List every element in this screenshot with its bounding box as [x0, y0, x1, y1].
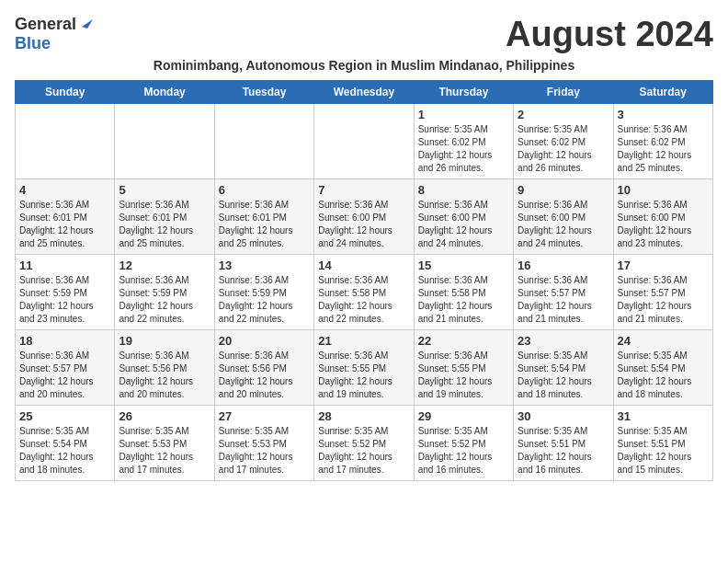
logo-blue-text: Blue — [15, 34, 51, 53]
table-row: 28Sunrise: 5:35 AMSunset: 5:52 PMDayligh… — [314, 406, 414, 481]
day-info: Sunrise: 5:35 AMSunset: 5:54 PMDaylight:… — [19, 425, 110, 477]
day-info: Sunrise: 5:35 AMSunset: 5:53 PMDaylight:… — [119, 425, 210, 477]
table-row: 6Sunrise: 5:36 AMSunset: 6:01 PMDaylight… — [214, 179, 313, 255]
table-row: 2Sunrise: 5:35 AMSunset: 6:02 PMDaylight… — [514, 104, 613, 179]
calendar-subtitle: Rominimbang, Autonomous Region in Muslim… — [15, 58, 713, 73]
day-info: Sunrise: 5:36 AMSunset: 5:57 PMDaylight:… — [618, 274, 709, 326]
table-row: 4Sunrise: 5:36 AMSunset: 6:01 PMDaylight… — [16, 179, 115, 255]
col-friday: Friday — [514, 81, 613, 104]
day-info: Sunrise: 5:36 AMSunset: 5:58 PMDaylight:… — [418, 274, 509, 326]
table-row — [115, 104, 214, 179]
day-number: 10 — [618, 183, 709, 197]
table-row: 19Sunrise: 5:36 AMSunset: 5:56 PMDayligh… — [115, 330, 214, 406]
day-number: 7 — [318, 183, 409, 197]
day-number: 13 — [219, 259, 310, 272]
day-number: 19 — [119, 334, 210, 348]
day-info: Sunrise: 5:35 AMSunset: 5:52 PMDaylight:… — [418, 425, 509, 477]
table-row: 29Sunrise: 5:35 AMSunset: 5:52 PMDayligh… — [414, 406, 513, 481]
day-number: 27 — [219, 409, 310, 423]
col-wednesday: Wednesday — [314, 81, 414, 104]
table-row: 3Sunrise: 5:36 AMSunset: 6:02 PMDaylight… — [613, 104, 712, 179]
day-number: 14 — [318, 259, 409, 272]
day-info: Sunrise: 5:36 AMSunset: 5:59 PMDaylight:… — [119, 274, 210, 326]
month-title: August 2024 — [506, 15, 713, 54]
day-info: Sunrise: 5:36 AMSunset: 6:00 PMDaylight:… — [518, 199, 609, 250]
calendar-week-row: 18Sunrise: 5:36 AMSunset: 5:57 PMDayligh… — [16, 330, 713, 406]
table-row: 9Sunrise: 5:36 AMSunset: 6:00 PMDaylight… — [514, 179, 613, 255]
day-number: 2 — [518, 108, 609, 121]
table-row: 5Sunrise: 5:36 AMSunset: 6:01 PMDaylight… — [115, 179, 214, 255]
col-monday: Monday — [115, 81, 214, 104]
day-number: 24 — [618, 334, 709, 348]
day-number: 31 — [618, 409, 709, 423]
day-number: 26 — [119, 409, 210, 423]
table-row: 11Sunrise: 5:36 AMSunset: 5:59 PMDayligh… — [16, 255, 115, 330]
day-info: Sunrise: 5:36 AMSunset: 5:56 PMDaylight:… — [119, 350, 210, 401]
day-info: Sunrise: 5:36 AMSunset: 5:55 PMDaylight:… — [318, 350, 409, 401]
day-number: 28 — [318, 409, 409, 423]
table-row: 12Sunrise: 5:36 AMSunset: 5:59 PMDayligh… — [115, 255, 214, 330]
table-row: 26Sunrise: 5:35 AMSunset: 5:53 PMDayligh… — [115, 406, 214, 481]
table-row: 17Sunrise: 5:36 AMSunset: 5:57 PMDayligh… — [613, 255, 712, 330]
day-info: Sunrise: 5:35 AMSunset: 5:51 PMDaylight:… — [518, 425, 609, 477]
day-number: 3 — [618, 108, 709, 121]
day-number: 8 — [418, 183, 509, 197]
day-info: Sunrise: 5:35 AMSunset: 6:02 PMDaylight:… — [418, 123, 509, 175]
day-info: Sunrise: 5:36 AMSunset: 5:58 PMDaylight:… — [318, 274, 409, 326]
day-number: 25 — [19, 409, 110, 423]
day-info: Sunrise: 5:36 AMSunset: 6:02 PMDaylight:… — [618, 123, 709, 175]
day-info: Sunrise: 5:36 AMSunset: 6:01 PMDaylight:… — [19, 199, 110, 250]
table-row — [214, 104, 313, 179]
day-info: Sunrise: 5:35 AMSunset: 5:52 PMDaylight:… — [318, 425, 409, 477]
calendar-week-row: 11Sunrise: 5:36 AMSunset: 5:59 PMDayligh… — [16, 255, 713, 330]
day-number: 16 — [518, 259, 609, 272]
day-number: 6 — [219, 183, 310, 197]
table-row: 30Sunrise: 5:35 AMSunset: 5:51 PMDayligh… — [514, 406, 613, 481]
day-info: Sunrise: 5:35 AMSunset: 5:54 PMDaylight:… — [518, 350, 609, 401]
table-row: 24Sunrise: 5:35 AMSunset: 5:54 PMDayligh… — [613, 330, 712, 406]
table-row: 22Sunrise: 5:36 AMSunset: 5:55 PMDayligh… — [414, 330, 513, 406]
table-row: 13Sunrise: 5:36 AMSunset: 5:59 PMDayligh… — [214, 255, 313, 330]
day-info: Sunrise: 5:36 AMSunset: 6:01 PMDaylight:… — [219, 199, 310, 250]
day-number: 5 — [119, 183, 210, 197]
table-row: 31Sunrise: 5:35 AMSunset: 5:51 PMDayligh… — [613, 406, 712, 481]
day-info: Sunrise: 5:36 AMSunset: 5:59 PMDaylight:… — [19, 274, 110, 326]
calendar-week-row: 4Sunrise: 5:36 AMSunset: 6:01 PMDaylight… — [16, 179, 713, 255]
svg-marker-0 — [82, 19, 93, 29]
calendar-week-row: 1Sunrise: 5:35 AMSunset: 6:02 PMDaylight… — [16, 104, 713, 179]
calendar-header-row: Sunday Monday Tuesday Wednesday Thursday… — [16, 81, 713, 104]
table-row: 1Sunrise: 5:35 AMSunset: 6:02 PMDaylight… — [414, 104, 513, 179]
day-info: Sunrise: 5:36 AMSunset: 6:00 PMDaylight:… — [418, 199, 509, 250]
col-tuesday: Tuesday — [214, 81, 313, 104]
day-info: Sunrise: 5:36 AMSunset: 6:00 PMDaylight:… — [618, 199, 709, 250]
day-info: Sunrise: 5:35 AMSunset: 5:53 PMDaylight:… — [219, 425, 310, 477]
day-number: 23 — [518, 334, 609, 348]
day-number: 11 — [19, 259, 110, 272]
day-info: Sunrise: 5:36 AMSunset: 5:56 PMDaylight:… — [219, 350, 310, 401]
day-number: 20 — [219, 334, 310, 348]
calendar-week-row: 25Sunrise: 5:35 AMSunset: 5:54 PMDayligh… — [16, 406, 713, 481]
day-info: Sunrise: 5:36 AMSunset: 5:59 PMDaylight:… — [219, 274, 310, 326]
day-info: Sunrise: 5:36 AMSunset: 5:57 PMDaylight:… — [19, 350, 110, 401]
day-number: 18 — [19, 334, 110, 348]
day-info: Sunrise: 5:35 AMSunset: 6:02 PMDaylight:… — [518, 123, 609, 175]
day-number: 21 — [318, 334, 409, 348]
table-row: 7Sunrise: 5:36 AMSunset: 6:00 PMDaylight… — [314, 179, 414, 255]
day-number: 1 — [418, 108, 509, 121]
table-row: 25Sunrise: 5:35 AMSunset: 5:54 PMDayligh… — [16, 406, 115, 481]
day-info: Sunrise: 5:36 AMSunset: 5:57 PMDaylight:… — [518, 274, 609, 326]
day-info: Sunrise: 5:35 AMSunset: 5:54 PMDaylight:… — [618, 350, 709, 401]
day-number: 4 — [19, 183, 110, 197]
day-number: 17 — [618, 259, 709, 272]
table-row — [16, 104, 115, 179]
day-number: 15 — [418, 259, 509, 272]
table-row: 16Sunrise: 5:36 AMSunset: 5:57 PMDayligh… — [514, 255, 613, 330]
logo-general-text: General — [15, 15, 76, 34]
table-row: 21Sunrise: 5:36 AMSunset: 5:55 PMDayligh… — [314, 330, 414, 406]
day-number: 9 — [518, 183, 609, 197]
header: General Blue August 2024 — [15, 15, 713, 54]
table-row: 15Sunrise: 5:36 AMSunset: 5:58 PMDayligh… — [414, 255, 513, 330]
day-info: Sunrise: 5:35 AMSunset: 5:51 PMDaylight:… — [618, 425, 709, 477]
day-info: Sunrise: 5:36 AMSunset: 5:55 PMDaylight:… — [418, 350, 509, 401]
day-number: 12 — [119, 259, 210, 272]
